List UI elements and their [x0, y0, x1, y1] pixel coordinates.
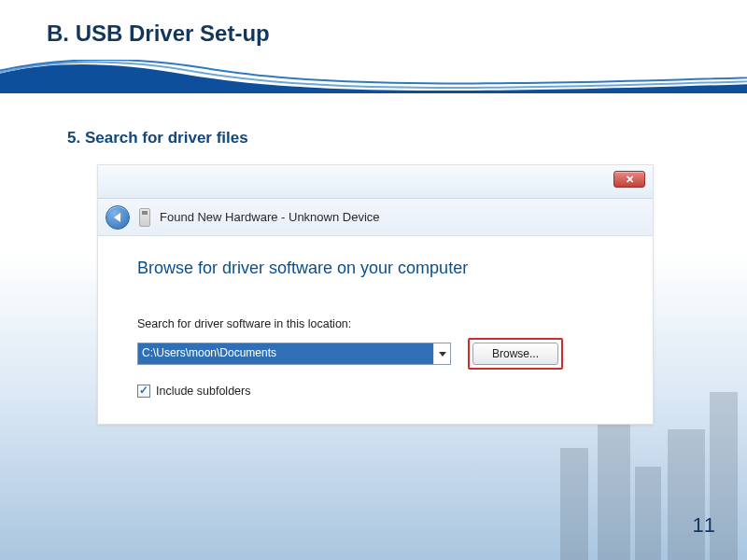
browse-highlight: Browse... [468, 338, 563, 370]
wizard-window: ✕ Found New Hardware - Unknown Device Br… [97, 164, 654, 425]
location-value: C:\Users\moon\Documents [138, 343, 433, 364]
slide: B. USB Driver Set-up 5. Search for drive… [0, 0, 747, 560]
location-field-label: Search for driver software in this locat… [137, 317, 627, 330]
path-row: C:\Users\moon\Documents Browse... [137, 338, 627, 370]
page-number: 11 [693, 513, 715, 538]
back-button[interactable] [106, 205, 130, 230]
slide-title: B. USB Driver Set-up [0, 0, 747, 47]
include-subfolders-checkbox[interactable] [137, 385, 150, 398]
window-close-button[interactable]: ✕ [613, 171, 645, 188]
browse-button[interactable]: Browse... [472, 343, 558, 365]
step-label: 5. Search for driver files [67, 129, 747, 147]
wizard-header-text: Found New Hardware - Unknown Device [160, 210, 380, 224]
wizard-heading: Browse for driver software on your compu… [137, 259, 627, 278]
window-titlebar: ✕ [98, 165, 653, 199]
location-combobox[interactable]: C:\Users\moon\Documents [137, 343, 451, 365]
device-icon [139, 208, 150, 227]
wizard-header: Found New Hardware - Unknown Device [98, 199, 653, 236]
chevron-down-icon[interactable] [433, 343, 450, 364]
wizard-body: Browse for driver software on your compu… [98, 236, 653, 424]
include-subfolders-row: Include subfolders [137, 385, 627, 398]
title-wave-decoration [0, 60, 747, 93]
include-subfolders-label: Include subfolders [156, 385, 250, 398]
